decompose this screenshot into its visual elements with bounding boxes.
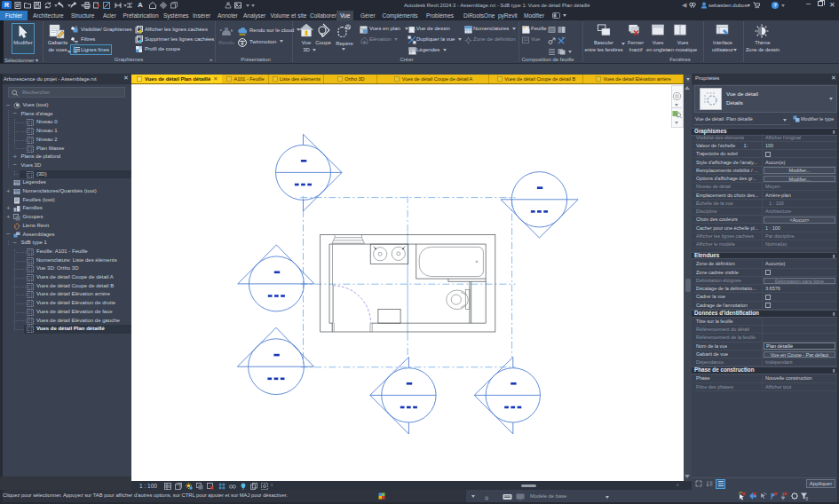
svg-text:0: 0 xyxy=(806,497,809,501)
